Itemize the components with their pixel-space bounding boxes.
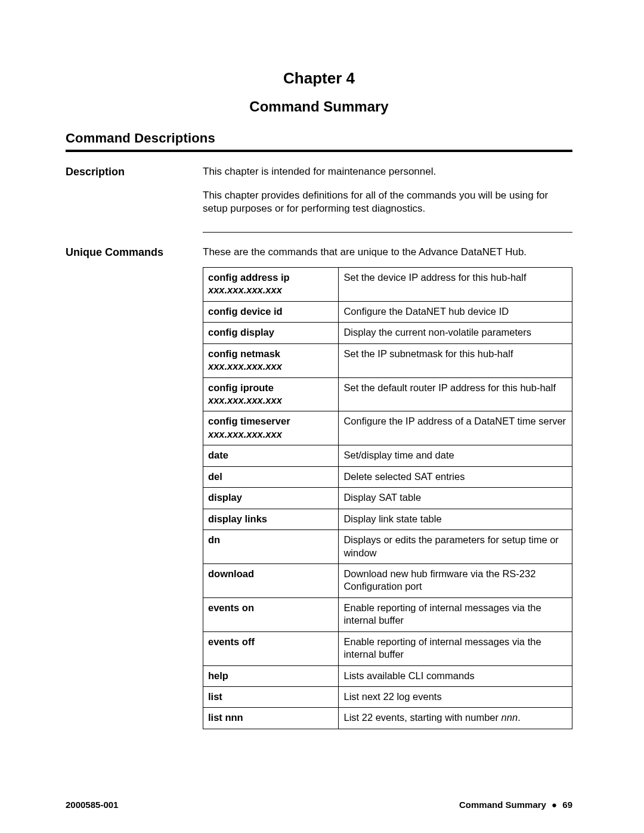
page: Chapter 4 Command Summary Command Descri… (0, 0, 644, 833)
command-cell: list (203, 687, 339, 708)
command-name: config address ip (208, 272, 290, 283)
unique-commands-section: Unique Commands These are the commands t… (66, 246, 572, 729)
description-section: Description This chapter is intended for… (66, 165, 572, 246)
bullet-icon: ● (552, 800, 557, 810)
table-row: events onEnable reporting of internal me… (203, 597, 572, 631)
command-name: config display (208, 327, 274, 337)
command-desc: Display the current non-volatile paramet… (339, 323, 572, 343)
command-name: config netmask (208, 348, 280, 359)
footer-page-number: 69 (562, 800, 572, 810)
chapter-number: Chapter 4 (66, 69, 572, 89)
command-desc: Set the IP subnetmask for this hub-half (339, 343, 572, 377)
command-desc: Set the device IP address for this hub-h… (339, 267, 572, 301)
command-name: list (208, 691, 222, 702)
commands-table: config address ipxxx.xxx.xxx.xxxSet the … (203, 267, 572, 729)
divider (203, 232, 572, 233)
command-arg: xxx.xxx.xxx.xxx (208, 395, 282, 405)
command-desc: List 22 events, starting with number nnn… (339, 708, 572, 729)
command-name: help (208, 670, 228, 681)
command-arg: xxx.xxx.xxx.xxx (208, 284, 282, 295)
description-label: Description (66, 165, 203, 246)
command-desc: List next 22 log events (339, 687, 572, 708)
command-name: list nnn (208, 712, 243, 723)
description-body: This chapter is intended for maintenance… (203, 165, 572, 246)
command-name: config device id (208, 306, 283, 317)
footer-docnum: 2000585-001 (66, 799, 118, 811)
command-cell: config iproutexxx.xxx.xxx.xxx (203, 377, 339, 411)
command-name: events off (208, 636, 255, 647)
command-desc: Configure the DataNET hub device ID (339, 301, 572, 322)
command-desc: Displays or edits the parameters for set… (339, 530, 572, 564)
table-row: dateSet/display time and date (203, 445, 572, 466)
unique-commands-intro: These are the commands that are unique t… (203, 246, 572, 259)
command-desc: Enable reporting of internal messages vi… (339, 631, 572, 665)
command-cell: config timeserverxxx.xxx.xxx.xxx (203, 411, 339, 445)
table-row: config timeserverxxx.xxx.xxx.xxxConfigur… (203, 411, 572, 445)
command-cell: events on (203, 597, 339, 631)
table-row: helpLists available CLI commands (203, 665, 572, 686)
command-arg: xxx.xxx.xxx.xxx (208, 361, 282, 371)
command-name: config timeserver (208, 416, 290, 426)
table-row: config netmaskxxx.xxx.xxx.xxxSet the IP … (203, 343, 572, 377)
command-desc: Set the default router IP address for th… (339, 377, 572, 411)
table-row: list nnnList 22 events, starting with nu… (203, 708, 572, 729)
table-row: displayDisplay SAT table (203, 488, 572, 509)
unique-commands-body: These are the commands that are unique t… (203, 246, 572, 729)
command-name: events on (208, 602, 254, 613)
table-row: display linksDisplay link state table (203, 509, 572, 529)
command-desc: Display link state table (339, 509, 572, 529)
command-desc: Display SAT table (339, 488, 572, 509)
command-desc: Download new hub firmware via the RS-232… (339, 563, 572, 597)
command-desc: Configure the IP address of a DataNET ti… (339, 411, 572, 445)
footer-right: Command Summary ● 69 (459, 799, 572, 811)
table-row: dnDisplays or edits the parameters for s… (203, 530, 572, 564)
chapter-title: Command Summary (66, 97, 572, 116)
command-name: del (208, 471, 222, 482)
table-row: events offEnable reporting of internal m… (203, 631, 572, 665)
table-row: config displayDisplay the current non-vo… (203, 323, 572, 343)
command-desc: Set/display time and date (339, 445, 572, 466)
table-row: config iproutexxx.xxx.xxx.xxxSet the def… (203, 377, 572, 411)
command-desc: Lists available CLI commands (339, 665, 572, 686)
command-arg: xxx.xxx.xxx.xxx (208, 429, 282, 439)
command-name: download (208, 568, 254, 579)
table-row: config address ipxxx.xxx.xxx.xxxSet the … (203, 267, 572, 301)
command-name: dn (208, 534, 220, 545)
command-desc: Delete selected SAT entries (339, 466, 572, 487)
table-row: downloadDownload new hub firmware via th… (203, 563, 572, 597)
page-footer: 2000585-001 Command Summary ● 69 (66, 799, 572, 811)
command-cell: download (203, 563, 339, 597)
command-cell: config display (203, 323, 339, 343)
description-p2: This chapter provides definitions for al… (203, 189, 572, 215)
command-cell: events off (203, 631, 339, 665)
command-cell: config netmaskxxx.xxx.xxx.xxx (203, 343, 339, 377)
command-name: display links (208, 513, 267, 524)
footer-section: Command Summary (459, 800, 546, 810)
table-row: delDelete selected SAT entries (203, 466, 572, 487)
unique-commands-label: Unique Commands (66, 246, 203, 729)
section-heading: Command Descriptions (66, 130, 572, 152)
command-cell: date (203, 445, 339, 466)
command-cell: dn (203, 530, 339, 564)
command-cell: list nnn (203, 708, 339, 729)
table-row: config device idConfigure the DataNET hu… (203, 301, 572, 322)
command-cell: display (203, 488, 339, 509)
table-row: listList next 22 log events (203, 687, 572, 708)
command-cell: help (203, 665, 339, 686)
command-name: date (208, 450, 228, 460)
command-name: display (208, 492, 242, 503)
command-cell: display links (203, 509, 339, 529)
description-p1: This chapter is intended for maintenance… (203, 165, 572, 178)
command-name: config iproute (208, 382, 274, 393)
command-cell: del (203, 466, 339, 487)
command-cell: config device id (203, 301, 339, 322)
command-desc: Enable reporting of internal messages vi… (339, 597, 572, 631)
command-cell: config address ipxxx.xxx.xxx.xxx (203, 267, 339, 301)
